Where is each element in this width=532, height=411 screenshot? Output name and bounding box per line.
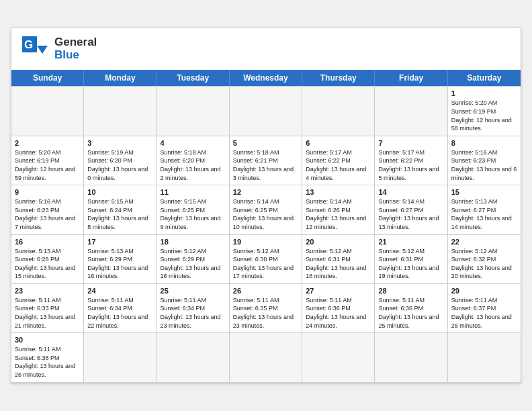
- calendar-cell: 8Sunrise: 5:16 AMSunset: 6:23 PMDaylight…: [448, 136, 521, 185]
- day-info: Sunrise: 5:12 AMSunset: 6:32 PMDaylight:…: [451, 247, 517, 281]
- calendar-cell: 27Sunrise: 5:11 AMSunset: 6:36 PMDayligh…: [302, 284, 375, 333]
- day-number: 16: [15, 238, 80, 246]
- calendar-grid: 1Sunrise: 5:20 AMSunset: 6:19 PMDaylight…: [11, 86, 521, 382]
- day-header-tuesday: Tuesday: [157, 70, 230, 86]
- calendar-cell: 10Sunrise: 5:15 AMSunset: 6:24 PMDayligh…: [84, 185, 157, 234]
- calendar-cell: [375, 333, 447, 382]
- day-header-friday: Friday: [375, 70, 447, 86]
- day-headers: SundayMondayTuesdayWednesdayThursdayFrid…: [11, 70, 521, 86]
- day-number: 20: [306, 238, 371, 246]
- day-number: 1: [451, 89, 517, 97]
- day-number: 13: [306, 188, 371, 196]
- day-info: Sunrise: 5:19 AMSunset: 6:20 PMDaylight:…: [87, 148, 152, 182]
- day-number: 25: [161, 287, 226, 295]
- calendar-cell: 15Sunrise: 5:13 AMSunset: 6:27 PMDayligh…: [448, 185, 521, 234]
- day-number: 30: [15, 336, 80, 344]
- day-number: 2: [15, 139, 80, 147]
- day-number: 18: [161, 238, 226, 246]
- day-info: Sunrise: 5:15 AMSunset: 6:25 PMDaylight:…: [161, 197, 226, 231]
- day-number: 11: [161, 188, 226, 196]
- day-header-wednesday: Wednesday: [230, 70, 302, 86]
- day-number: 26: [233, 287, 298, 295]
- day-info: Sunrise: 5:13 AMSunset: 6:28 PMDaylight:…: [15, 247, 80, 281]
- calendar-cell: 1Sunrise: 5:20 AMSunset: 6:19 PMDaylight…: [448, 87, 521, 136]
- day-info: Sunrise: 5:20 AMSunset: 6:19 PMDaylight:…: [15, 148, 80, 182]
- calendar-cell: 11Sunrise: 5:15 AMSunset: 6:25 PMDayligh…: [157, 185, 230, 234]
- day-number: 7: [378, 139, 443, 147]
- day-info: Sunrise: 5:15 AMSunset: 6:24 PMDaylight:…: [87, 197, 152, 231]
- day-number: 29: [451, 287, 517, 295]
- calendar-cell: 22Sunrise: 5:12 AMSunset: 6:32 PMDayligh…: [448, 235, 521, 284]
- day-info: Sunrise: 5:11 AMSunset: 6:36 PMDaylight:…: [306, 296, 371, 330]
- calendar-cell: [448, 333, 521, 382]
- day-number: 15: [451, 188, 517, 196]
- day-info: Sunrise: 5:14 AMSunset: 6:27 PMDaylight:…: [378, 197, 443, 231]
- day-number: 21: [378, 238, 443, 246]
- day-number: 27: [306, 287, 371, 295]
- day-info: Sunrise: 5:11 AMSunset: 6:35 PMDaylight:…: [233, 296, 298, 330]
- calendar-cell: [230, 87, 302, 136]
- day-number: 17: [87, 238, 152, 246]
- day-number: 12: [233, 188, 298, 196]
- logo: G General Blue: [22, 36, 97, 64]
- day-number: 3: [87, 139, 152, 147]
- day-number: 8: [451, 139, 517, 147]
- day-info: Sunrise: 5:11 AMSunset: 6:37 PMDaylight:…: [451, 296, 517, 330]
- day-info: Sunrise: 5:12 AMSunset: 6:29 PMDaylight:…: [161, 247, 226, 281]
- day-number: 23: [15, 287, 80, 295]
- calendar-cell: 26Sunrise: 5:11 AMSunset: 6:35 PMDayligh…: [230, 284, 302, 333]
- logo-general: General: [54, 36, 97, 49]
- day-number: 6: [306, 139, 371, 147]
- day-number: 5: [233, 139, 298, 147]
- calendar-cell: 14Sunrise: 5:14 AMSunset: 6:27 PMDayligh…: [375, 185, 447, 234]
- calendar-cell: 28Sunrise: 5:11 AMSunset: 6:36 PMDayligh…: [375, 284, 447, 333]
- day-header-thursday: Thursday: [302, 70, 375, 86]
- day-info: Sunrise: 5:18 AMSunset: 6:21 PMDaylight:…: [233, 148, 298, 182]
- day-info: Sunrise: 5:11 AMSunset: 6:34 PMDaylight:…: [87, 296, 152, 330]
- calendar-cell: [375, 87, 447, 136]
- day-info: Sunrise: 5:13 AMSunset: 6:29 PMDaylight:…: [87, 247, 152, 281]
- day-header-saturday: Saturday: [448, 70, 521, 86]
- day-number: 19: [233, 238, 298, 246]
- calendar-cell: 9Sunrise: 5:16 AMSunset: 6:23 PMDaylight…: [11, 185, 84, 234]
- calendar-cell: 29Sunrise: 5:11 AMSunset: 6:37 PMDayligh…: [448, 284, 521, 333]
- day-info: Sunrise: 5:18 AMSunset: 6:20 PMDaylight:…: [161, 148, 226, 182]
- day-info: Sunrise: 5:11 AMSunset: 6:38 PMDaylight:…: [15, 345, 80, 379]
- day-info: Sunrise: 5:13 AMSunset: 6:27 PMDaylight:…: [451, 197, 517, 231]
- day-info: Sunrise: 5:12 AMSunset: 6:30 PMDaylight:…: [233, 247, 298, 281]
- calendar-cell: [84, 333, 157, 382]
- calendar-cell: 7Sunrise: 5:17 AMSunset: 6:22 PMDaylight…: [375, 136, 447, 185]
- day-info: Sunrise: 5:12 AMSunset: 6:31 PMDaylight:…: [306, 247, 371, 281]
- svg-text:G: G: [24, 38, 33, 51]
- calendar-cell: 2Sunrise: 5:20 AMSunset: 6:19 PMDaylight…: [11, 136, 84, 185]
- calendar-cell: 24Sunrise: 5:11 AMSunset: 6:34 PMDayligh…: [84, 284, 157, 333]
- calendar-cell: [230, 333, 302, 382]
- calendar-cell: [157, 87, 230, 136]
- calendar-header: G General Blue: [11, 28, 521, 70]
- day-number: 14: [378, 188, 443, 196]
- day-info: Sunrise: 5:14 AMSunset: 6:26 PMDaylight:…: [306, 197, 371, 231]
- day-info: Sunrise: 5:16 AMSunset: 6:23 PMDaylight:…: [451, 148, 517, 182]
- calendar-cell: 25Sunrise: 5:11 AMSunset: 6:34 PMDayligh…: [157, 284, 230, 333]
- logo-blue: Blue: [54, 49, 97, 62]
- day-number: 4: [161, 139, 226, 147]
- calendar-cell: 17Sunrise: 5:13 AMSunset: 6:29 PMDayligh…: [84, 235, 157, 284]
- calendar-cell: 20Sunrise: 5:12 AMSunset: 6:31 PMDayligh…: [302, 235, 375, 284]
- calendar-cell: [302, 333, 375, 382]
- calendar-cell: 23Sunrise: 5:11 AMSunset: 6:33 PMDayligh…: [11, 284, 84, 333]
- day-info: Sunrise: 5:17 AMSunset: 6:22 PMDaylight:…: [306, 148, 371, 182]
- day-number: 24: [87, 287, 152, 295]
- calendar-cell: 5Sunrise: 5:18 AMSunset: 6:21 PMDaylight…: [230, 136, 302, 185]
- day-header-sunday: Sunday: [11, 70, 84, 86]
- calendar-cell: [157, 333, 230, 382]
- day-number: 28: [378, 287, 443, 295]
- calendar-cell: 4Sunrise: 5:18 AMSunset: 6:20 PMDaylight…: [157, 136, 230, 185]
- day-info: Sunrise: 5:11 AMSunset: 6:36 PMDaylight:…: [378, 296, 443, 330]
- calendar-cell: 16Sunrise: 5:13 AMSunset: 6:28 PMDayligh…: [11, 235, 84, 284]
- calendar-cell: [302, 87, 375, 136]
- day-info: Sunrise: 5:11 AMSunset: 6:34 PMDaylight:…: [161, 296, 226, 330]
- day-info: Sunrise: 5:12 AMSunset: 6:31 PMDaylight:…: [378, 247, 443, 281]
- calendar-cell: 19Sunrise: 5:12 AMSunset: 6:30 PMDayligh…: [230, 235, 302, 284]
- day-info: Sunrise: 5:17 AMSunset: 6:22 PMDaylight:…: [378, 148, 443, 182]
- day-number: 9: [15, 188, 80, 196]
